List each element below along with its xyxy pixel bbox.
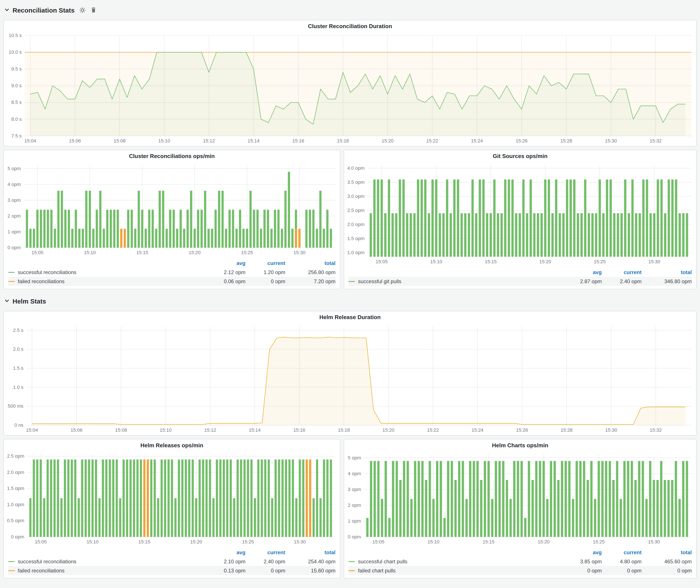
panel-helm-releases-ops: Helm Releases ops/min 0 opm0.5 opm1.0 op… — [3, 439, 340, 578]
legend-col-current[interactable]: current — [245, 260, 285, 266]
panel-title[interactable]: Helm Release Duration — [4, 311, 696, 323]
legend-col-current[interactable]: current — [602, 269, 642, 275]
legend-series-name[interactable]: failed chart pulls — [358, 567, 395, 573]
legend-row: failed reconciliations 0.06 opm 0 opm 7.… — [8, 277, 335, 286]
section-title[interactable]: Reconciliation Stats — [13, 6, 75, 14]
svg-text:15:22: 15:22 — [426, 138, 438, 144]
legend-current-value: 2.40 opm — [602, 278, 642, 284]
svg-text:5 opm: 5 opm — [348, 455, 361, 460]
svg-text:0.5 opm: 0.5 opm — [7, 518, 24, 523]
svg-text:1.0 s: 1.0 s — [13, 384, 23, 390]
svg-text:10.5 s: 10.5 s — [9, 33, 22, 38]
svg-text:15:20: 15:20 — [189, 250, 201, 255]
svg-text:15:06: 15:06 — [71, 427, 82, 433]
legend-header: avg current total — [8, 548, 335, 557]
svg-text:2.5 opm: 2.5 opm — [7, 453, 24, 459]
chart-helm-release-duration[interactable]: 0 ns500 ms1.0 s1.5 s2.0 s2.5 s15:0415:06… — [4, 323, 696, 435]
legend-col-avg[interactable]: avg — [562, 549, 602, 555]
legend-col-total[interactable]: total — [285, 549, 335, 555]
legend-total-value: 256.80 opm — [285, 269, 335, 275]
svg-text:15:10: 15:10 — [87, 539, 98, 544]
svg-text:15:32: 15:32 — [650, 427, 662, 433]
svg-text:2.5 opm: 2.5 opm — [347, 208, 365, 213]
svg-text:15:25: 15:25 — [594, 259, 606, 264]
legend-series-name[interactable]: failed reconciliations — [18, 567, 65, 573]
panel-title[interactable]: Cluster Reconciliation Duration — [4, 20, 696, 32]
legend-col-total[interactable]: total — [285, 260, 335, 266]
panel-helm-release-duration: Helm Release Duration 0 ns500 ms1.0 s1.5… — [3, 311, 697, 436]
panel-title[interactable]: Git Sources ops/min — [344, 150, 696, 162]
svg-text:1 opm: 1 opm — [8, 229, 21, 234]
svg-text:15:30: 15:30 — [648, 539, 660, 544]
chevron-down-icon[interactable] — [4, 7, 10, 13]
svg-text:15:26: 15:26 — [516, 427, 528, 433]
svg-text:15:10: 15:10 — [427, 539, 439, 544]
legend-current-value: 0 opm — [245, 567, 285, 573]
svg-text:15:16: 15:16 — [293, 427, 305, 433]
panel-git-sources-ops: Git Sources ops/min 1.0 opm1.5 opm2.0 op… — [344, 150, 697, 289]
section-header-helm-stats[interactable]: Helm Stats — [3, 294, 697, 307]
series-swatch-orange — [8, 281, 15, 282]
svg-text:3 opm: 3 opm — [8, 197, 21, 203]
svg-text:500 ms: 500 ms — [8, 403, 23, 409]
panel-title[interactable]: Helm Charts ops/min — [344, 439, 696, 451]
svg-text:3.0 opm: 3.0 opm — [347, 194, 365, 199]
legend-avg-value: 0.13 opm — [206, 567, 245, 573]
panel-title[interactable]: Cluster Reconciliations ops/min — [4, 150, 340, 162]
svg-text:15:10: 15:10 — [158, 138, 170, 144]
legend-row: successful reconciliations 2.10 opm 2.40… — [8, 557, 335, 566]
svg-text:8.5 s: 8.5 s — [11, 100, 22, 105]
svg-text:15:04: 15:04 — [24, 138, 36, 144]
legend-row: successful reconciliations 2.12 opm 1.20… — [8, 268, 335, 277]
chart-cluster-reconciliations-ops[interactable]: 0 opm1 opm2 opm3 opm4 opm5 opm15:0515:10… — [4, 162, 340, 258]
legend-current-value: 4.80 opm — [602, 558, 642, 564]
legend-row: failed reconciliations 0.13 opm 0 opm 15… — [8, 566, 335, 575]
svg-text:15:30: 15:30 — [605, 138, 617, 144]
legend-series-name[interactable]: successful chart pulls — [358, 558, 407, 564]
legend-col-avg[interactable]: avg — [562, 269, 602, 275]
chevron-down-icon[interactable] — [4, 298, 10, 304]
svg-text:0 opm: 0 opm — [348, 534, 361, 540]
svg-text:15:10: 15:10 — [430, 259, 442, 264]
legend-series-name[interactable]: successful reconciliations — [18, 558, 76, 564]
legend-col-avg[interactable]: avg — [206, 260, 245, 266]
svg-text:15:08: 15:08 — [115, 427, 127, 433]
legend-header: avg current total — [348, 268, 692, 277]
legend-series-name[interactable]: failed reconciliations — [18, 278, 65, 284]
chart-helm-charts-ops[interactable]: 0 opm1 opm2 opm3 opm4 opm5 opm15:0515:10… — [344, 451, 696, 547]
chart-cluster-reconciliation-duration[interactable]: 7.5 s8.0 s8.5 s9.0 s9.5 s10.0 s10.5 s15:… — [4, 32, 696, 146]
legend-avg-value: 0.06 opm — [206, 278, 245, 284]
svg-text:15:08: 15:08 — [114, 138, 126, 144]
legend-row: successful chart pulls 3.85 opm 4.80 opm… — [348, 557, 692, 566]
section-header-reconciliation-stats[interactable]: Reconciliation Stats — [3, 3, 697, 16]
legend-col-total[interactable]: total — [642, 269, 692, 275]
legend-col-avg[interactable]: avg — [206, 549, 245, 555]
svg-text:15:15: 15:15 — [138, 539, 150, 544]
legend-total-value: 346.80 opm — [642, 278, 692, 284]
svg-text:15:15: 15:15 — [485, 259, 497, 264]
legend-current-value: 0 opm — [602, 567, 642, 573]
chart-git-sources-ops[interactable]: 1.0 opm1.5 opm2.0 opm2.5 opm3.0 opm3.5 o… — [344, 162, 696, 267]
chart-helm-releases-ops[interactable]: 0 opm0.5 opm1.0 opm1.5 opm2.0 opm2.5 opm… — [4, 451, 340, 547]
gear-icon[interactable] — [79, 7, 86, 13]
svg-text:15:24: 15:24 — [471, 427, 483, 433]
svg-text:15:30: 15:30 — [294, 250, 305, 255]
svg-text:15:20: 15:20 — [382, 138, 394, 144]
legend: avg current total successful reconciliat… — [4, 547, 340, 578]
svg-text:15:14: 15:14 — [248, 138, 260, 144]
svg-text:15:10: 15:10 — [160, 427, 172, 433]
trash-icon[interactable] — [91, 7, 97, 13]
legend-series-name[interactable]: successful reconciliations — [18, 269, 76, 275]
legend-current-value: 0 opm — [245, 278, 285, 284]
legend: avg current total successful chart pulls… — [344, 547, 696, 578]
svg-text:9.0 s: 9.0 s — [11, 83, 22, 88]
panel-title[interactable]: Helm Releases ops/min — [4, 439, 340, 451]
svg-text:1 opm: 1 opm — [348, 518, 361, 524]
section-title[interactable]: Helm Stats — [13, 297, 46, 305]
legend-series-name[interactable]: successful git pulls — [358, 278, 401, 284]
svg-text:15:05: 15:05 — [31, 250, 43, 255]
legend-col-current[interactable]: current — [602, 549, 642, 555]
legend-row: failed chart pulls 0 opm 0 opm 0 opm — [348, 566, 692, 575]
legend-col-current[interactable]: current — [245, 549, 285, 555]
legend-col-total[interactable]: total — [642, 549, 692, 555]
